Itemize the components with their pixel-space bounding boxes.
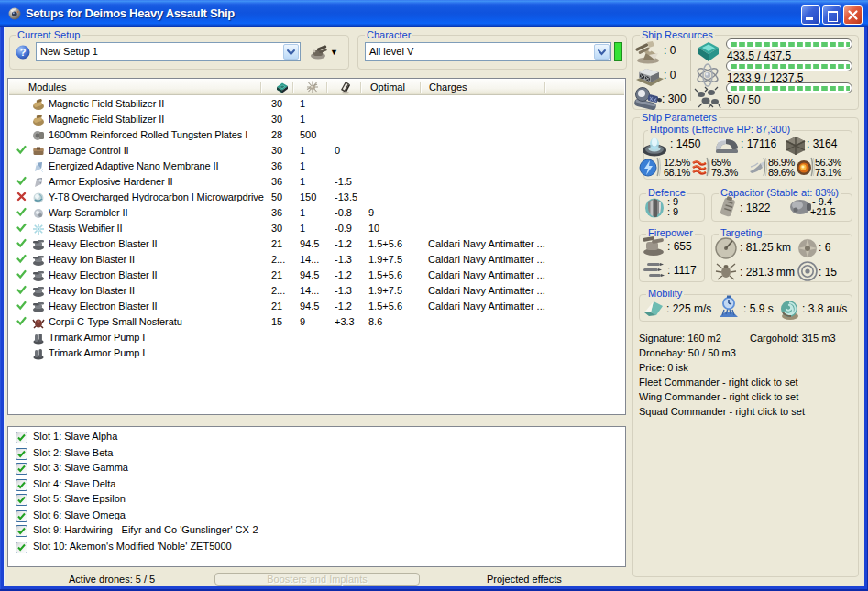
svg-text:?: ?	[20, 47, 27, 58]
